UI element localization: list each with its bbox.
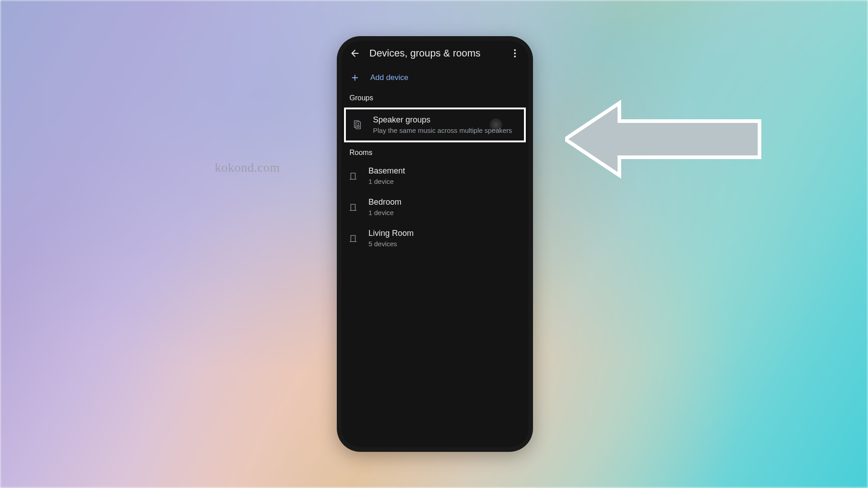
- room-icon: [348, 233, 359, 244]
- arrow-callout-icon: [565, 99, 764, 182]
- plus-icon: [349, 72, 360, 83]
- touch-indicator: [490, 118, 502, 131]
- room-icon: [348, 202, 359, 212]
- app-bar: Devices, groups & rooms: [341, 41, 528, 66]
- speaker-groups-item[interactable]: Speaker groups Play the same music acros…: [346, 109, 524, 141]
- groups-section-header: Groups: [341, 89, 528, 106]
- room-icon: [348, 170, 359, 181]
- room-item-living-room[interactable]: Living Room 5 devices: [341, 223, 528, 254]
- room-title: Living Room: [368, 228, 522, 239]
- speaker-group-icon: [352, 119, 363, 130]
- add-device-button[interactable]: Add device: [341, 66, 528, 89]
- watermark-text: kokond.com: [215, 160, 280, 175]
- svg-point-2: [514, 56, 516, 57]
- back-arrow-icon[interactable]: [349, 48, 360, 59]
- room-title: Basement: [368, 166, 522, 176]
- add-device-label: Add device: [370, 73, 408, 82]
- page-title: Devices, groups & rooms: [369, 47, 509, 59]
- room-text: Bedroom 1 device: [368, 197, 522, 217]
- room-subtitle: 5 devices: [368, 239, 522, 249]
- room-text: Basement 1 device: [368, 166, 522, 186]
- svg-point-0: [514, 49, 516, 51]
- rooms-section-header: Rooms: [341, 144, 528, 160]
- svg-point-1: [514, 52, 516, 54]
- phone-screen: Devices, groups & rooms Add device Group…: [341, 41, 528, 447]
- room-subtitle: 1 device: [368, 208, 522, 217]
- phone-mockup: Devices, groups & rooms Add device Group…: [337, 36, 533, 452]
- more-menu-icon[interactable]: [509, 48, 520, 59]
- room-title: Bedroom: [368, 197, 522, 207]
- room-item-basement[interactable]: Basement 1 device: [341, 160, 528, 192]
- svg-point-5: [358, 123, 359, 125]
- room-text: Living Room 5 devices: [368, 228, 522, 249]
- room-item-bedroom[interactable]: Bedroom 1 device: [341, 192, 528, 223]
- room-subtitle: 1 device: [368, 177, 522, 186]
- highlighted-speaker-groups: Speaker groups Play the same music acros…: [344, 108, 526, 142]
